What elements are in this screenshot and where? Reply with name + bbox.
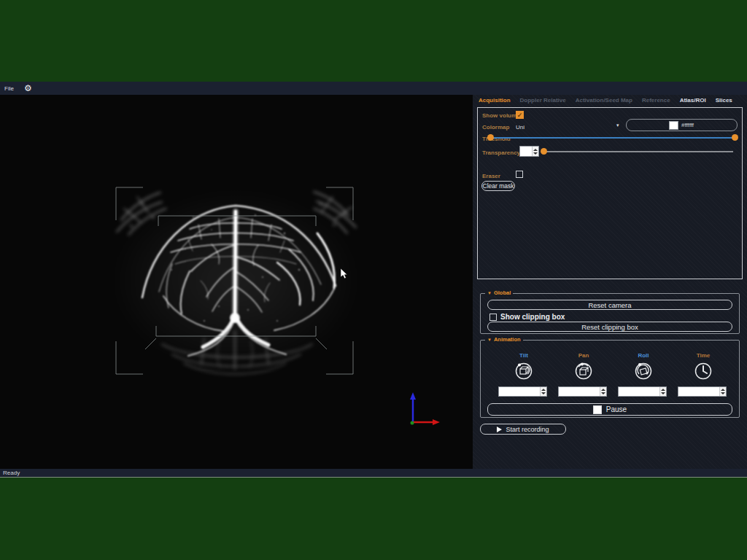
pause-checkbox[interactable] — [593, 405, 602, 414]
roll-label: Roll — [618, 352, 669, 359]
tab-doppler-relative[interactable]: Doppler Relative — [520, 97, 566, 104]
time-value — [678, 387, 719, 396]
color-value: #ffffff — [681, 122, 694, 128]
collapse-triangle-icon: ▼ — [487, 338, 492, 342]
global-group-header[interactable]: ▼ Global — [485, 289, 513, 296]
animation-group: ▼ Animation Tilt Pa — [480, 340, 740, 418]
play-icon — [497, 427, 502, 432]
pan-label: Pan — [558, 352, 609, 359]
tilt-label: Tilt — [498, 352, 549, 359]
transparency-value — [520, 147, 532, 156]
roll-spinbox[interactable] — [618, 386, 667, 397]
show-clipping-box-checkbox[interactable] — [489, 314, 497, 321]
time-spinbox[interactable] — [678, 386, 727, 397]
volume-color-field[interactable]: #ffffff — [626, 119, 738, 131]
menu-bar: File ⚙ — [0, 82, 747, 95]
tab-reference[interactable]: Reference — [642, 97, 670, 104]
eraser-checkbox[interactable] — [516, 171, 523, 178]
threshold-track — [487, 137, 735, 139]
roll-value — [619, 387, 659, 396]
status-text: Ready — [3, 470, 20, 476]
threshold-handle-low[interactable] — [487, 134, 494, 141]
threshold-handle-high[interactable] — [732, 134, 738, 141]
transparency-track — [543, 151, 733, 152]
show-clipping-box-label: Show clipping box — [500, 313, 565, 321]
tilt-value — [499, 387, 540, 396]
time-label: Time — [678, 352, 729, 359]
reset-camera-button[interactable]: Reset camera — [487, 300, 732, 310]
colormap-dropdown[interactable]: Uni — [516, 124, 525, 131]
start-recording-label: Start recording — [506, 426, 549, 433]
tab-activation-seed-map[interactable]: Activation/Seed Map — [576, 97, 632, 104]
tilt-dial-column: Tilt — [498, 352, 549, 397]
tab-acquisition[interactable]: Acquisition — [479, 97, 511, 104]
collapse-triangle-icon: ▼ — [487, 291, 492, 295]
roll-dial-column: Roll — [618, 352, 669, 397]
pan-value — [559, 387, 600, 396]
pause-label: Pause — [606, 405, 627, 413]
roll-dial-icon[interactable] — [633, 361, 654, 381]
tab-bar: Acquisition Doppler Relative Activation/… — [479, 97, 732, 104]
gear-icon[interactable]: ⚙ — [24, 82, 32, 95]
time-clock-icon[interactable] — [693, 361, 713, 381]
chevron-down-icon[interactable]: ▾ — [616, 122, 619, 128]
spinner-arrows-icon[interactable] — [540, 387, 546, 396]
global-group-title: Global — [494, 289, 511, 296]
reset-clipping-box-button[interactable]: Reset clipping box — [487, 322, 732, 332]
colormap-label: Colormap — [482, 124, 509, 131]
show-volume-checkbox[interactable] — [516, 111, 524, 119]
animation-group-header[interactable]: ▼ Animation — [485, 336, 523, 343]
eraser-label: Eraser — [482, 173, 500, 179]
spinner-arrows-icon[interactable] — [719, 387, 726, 396]
axis-gizmo-icon — [405, 392, 443, 430]
transparency-spinbox[interactable] — [519, 146, 539, 157]
application-window: File ⚙ — [0, 82, 747, 478]
spinner-arrows-icon[interactable] — [600, 387, 606, 396]
tilt-dial-icon[interactable] — [514, 361, 534, 381]
time-dial-column: Time — [678, 352, 729, 397]
transparency-label: Transparency — [482, 149, 520, 156]
pan-dial-icon[interactable] — [573, 361, 594, 381]
clipping-box-wireframe — [0, 95, 473, 469]
color-swatch[interactable] — [669, 121, 678, 130]
clear-mask-button[interactable]: Clear mask — [481, 181, 515, 191]
acquisition-tab-page: Show volume Colormap Uni ▾ #ffffff Thres… — [477, 107, 743, 279]
spinner-arrows-icon[interactable] — [532, 147, 538, 156]
file-menu[interactable]: File — [0, 85, 18, 92]
status-bar: Ready — [0, 469, 747, 478]
control-panel: Acquisition Doppler Relative Activation/… — [473, 95, 747, 469]
pan-dial-column: Pan — [558, 352, 609, 397]
show-volume-label: Show volume — [482, 112, 520, 119]
3d-viewport[interactable] — [0, 95, 473, 469]
pan-spinbox[interactable] — [558, 386, 607, 397]
tilt-spinbox[interactable] — [498, 386, 547, 397]
pause-control[interactable]: Pause — [487, 403, 732, 416]
start-recording-button[interactable]: Start recording — [480, 424, 566, 435]
tab-slices[interactable]: Slices — [716, 97, 732, 104]
spinner-arrows-icon[interactable] — [659, 387, 666, 396]
transparency-handle[interactable] — [541, 148, 547, 155]
transparency-slider[interactable] — [539, 147, 735, 156]
mouse-cursor-icon — [341, 268, 349, 280]
animation-group-title: Animation — [494, 336, 521, 343]
tab-atlas-roi[interactable]: Atlas/ROI — [680, 97, 706, 104]
threshold-slider[interactable] — [484, 133, 739, 142]
global-group: ▼ Global Reset camera Show clipping box … — [480, 293, 740, 334]
